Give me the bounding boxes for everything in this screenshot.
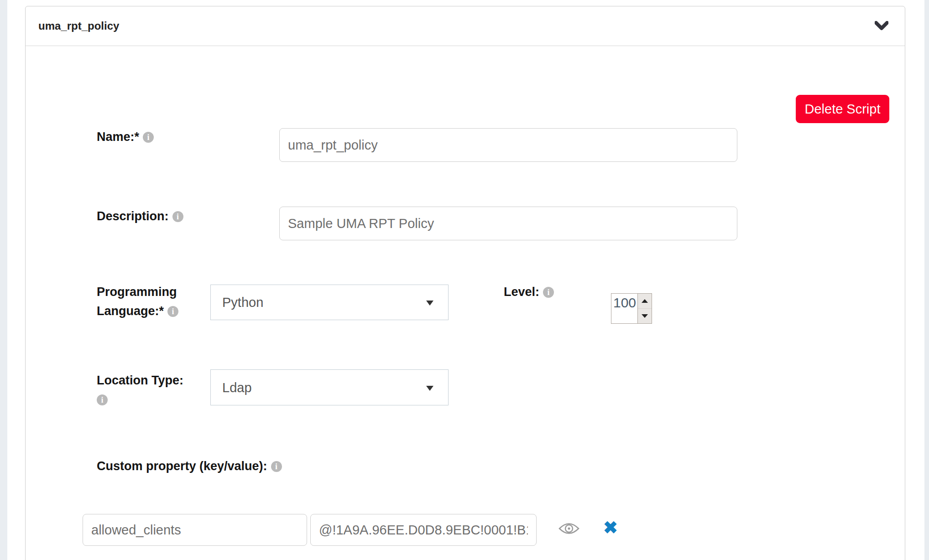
triangle-up-icon (642, 299, 648, 303)
chevron-down-icon[interactable] (874, 20, 889, 32)
panel-title: uma_rpt_policy (38, 20, 119, 32)
select-caret-icon (426, 386, 433, 391)
chevron-down-glyph (875, 21, 888, 31)
description-label: Description:i (97, 207, 183, 226)
property-value-input[interactable] (310, 514, 537, 546)
info-icon[interactable]: i (543, 287, 554, 298)
triangle-down-icon (642, 314, 648, 318)
spinner-down-button[interactable] (638, 309, 652, 323)
info-icon[interactable]: i (172, 211, 183, 222)
name-label-text: Name:* (97, 130, 139, 144)
location-type-selected: Ldap (222, 380, 252, 395)
level-number-input[interactable]: 100 (611, 293, 652, 324)
level-label: Level:i (504, 282, 554, 301)
info-icon[interactable]: i (167, 306, 178, 317)
info-icon[interactable]: i (143, 132, 154, 143)
programming-language-selected: Python (222, 295, 263, 310)
property-key-input[interactable] (83, 514, 307, 546)
delete-script-button[interactable]: Delete Script (796, 95, 889, 123)
info-icon[interactable]: i (271, 461, 282, 472)
level-spinner (637, 294, 652, 323)
programming-language-label-line1: Programming (97, 285, 177, 299)
description-input[interactable] (279, 207, 737, 240)
script-panel: uma_rpt_policy Delete Script Name:*i Des… (25, 6, 905, 560)
location-type-label: Location Type: i (97, 371, 183, 409)
spinner-up-button[interactable] (638, 294, 652, 309)
name-input[interactable] (279, 128, 737, 162)
select-caret-icon (426, 301, 433, 306)
custom-property-label: Custom property (key/value):i (97, 456, 282, 476)
panel-body: Delete Script Name:*i Description:i Prog… (26, 46, 905, 560)
eye-icon[interactable] (558, 521, 580, 538)
programming-language-label-line2: Language:* (97, 304, 164, 318)
location-type-select[interactable]: Ldap (210, 369, 449, 405)
description-label-text: Description: (97, 209, 169, 223)
programming-language-label: Programming Language:*i (97, 282, 178, 321)
custom-property-label-text: Custom property (key/value): (97, 459, 267, 473)
remove-property-icon[interactable]: ✖ (603, 519, 618, 537)
level-value[interactable]: 100 (611, 294, 637, 323)
location-type-label-text: Location Type: (97, 373, 183, 387)
page-right-gutter (924, 0, 929, 560)
level-label-text: Level: (504, 285, 539, 299)
programming-language-select[interactable]: Python (210, 285, 449, 320)
panel-header: uma_rpt_policy (26, 6, 905, 46)
info-icon[interactable]: i (97, 394, 108, 405)
name-label: Name:*i (97, 127, 154, 146)
page-left-gutter (0, 0, 7, 560)
